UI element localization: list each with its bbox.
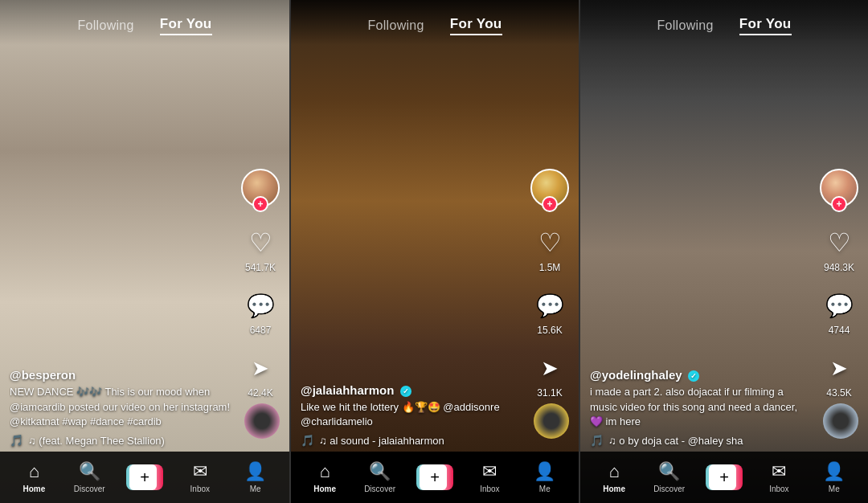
create-button-3[interactable]: + — [706, 464, 743, 490]
bottom-info-1: @besperon NEW DANCE 🎶🎶 This is our mood … — [10, 368, 233, 447]
bottom-info-3: @yodelinghaley ✓ i made a part 2. also d… — [590, 368, 812, 447]
music-disc-3 — [823, 403, 858, 439]
comment-group-1[interactable]: 💬 6487 — [243, 288, 278, 336]
profile-icon-2: 👤 — [534, 461, 555, 482]
nav-discover-1[interactable]: 🔍 Discover — [69, 461, 109, 493]
share-count-2: 31.1K — [537, 387, 562, 399]
share-group-1[interactable]: ➤ 42.4K — [243, 350, 278, 399]
share-count-3: 43.5K — [826, 387, 851, 399]
me-label-3: Me — [829, 485, 840, 493]
phone-panel-2: Following For You + ♡ 1.5M 💬 15.6K ➤ 31.… — [289, 0, 579, 503]
nav-following-2[interactable]: Following — [367, 18, 424, 33]
comment-count-3: 4744 — [829, 325, 850, 336]
nav-home-3[interactable]: ⌂ Home — [594, 461, 634, 493]
phone-panel-1: Following For You + ♡ 541.7K 💬 6487 ➤ 42… — [0, 0, 289, 503]
discover-label-2: Discover — [364, 485, 395, 493]
music-label-2: ♫ al sound - jalaiahharmon — [319, 435, 444, 447]
home-icon-3: ⌂ — [609, 461, 620, 482]
inbox-icon-3: ✉ — [772, 461, 786, 482]
home-icon-2: ⌂ — [320, 461, 330, 482]
like-count-1: 541.7K — [245, 262, 276, 273]
nav-inbox-3[interactable]: ✉ Inbox — [759, 461, 799, 493]
avatar-container-3[interactable]: + — [820, 169, 858, 207]
nav-discover-2[interactable]: 🔍 Discover — [360, 461, 400, 493]
inbox-icon-2: ✉ — [482, 461, 497, 482]
right-sidebar-3: + ♡ 948.3K 💬 4744 ➤ 43.5K — [820, 169, 858, 399]
bottom-nav-3: ⌂ Home 🔍 Discover + ✉ Inbox 👤 Me — [580, 452, 868, 503]
nav-home-2[interactable]: ⌂ Home — [305, 461, 345, 493]
discover-icon-2: 🔍 — [369, 461, 391, 482]
nav-foryou-2[interactable]: For You — [450, 16, 502, 35]
follow-plus-3[interactable]: + — [831, 196, 847, 212]
nav-foryou-1[interactable]: For You — [160, 16, 212, 35]
nav-me-3[interactable]: 👤 Me — [814, 461, 854, 493]
music-disc-2 — [534, 403, 569, 439]
right-sidebar-2: + ♡ 1.5M 💬 15.6K ➤ 31.1K — [530, 169, 569, 399]
comment-icon-2: 💬 — [532, 288, 567, 323]
like-count-3: 948.3K — [824, 262, 854, 273]
comment-group-3[interactable]: 💬 4744 — [821, 288, 857, 336]
top-nav-1: Following For You — [0, 0, 289, 45]
me-label-1: Me — [250, 485, 261, 493]
follow-plus-1[interactable]: + — [252, 196, 268, 212]
comment-count-1: 6487 — [250, 325, 272, 336]
create-button-2[interactable]: + — [416, 464, 453, 490]
nav-discover-3[interactable]: 🔍 Discover — [649, 461, 690, 493]
music-note-1: 🎵 — [10, 434, 23, 447]
nav-foryou-3[interactable]: For You — [739, 16, 792, 35]
username-1[interactable]: @besperon — [10, 368, 233, 382]
create-button-1[interactable]: + — [126, 464, 163, 490]
nav-create-1[interactable]: + — [125, 464, 165, 490]
bottom-info-2: @jalaiahharmon ✓ Like we hit the lottery… — [301, 383, 522, 447]
heart-icon-2: ♡ — [532, 225, 567, 260]
bottom-nav-2: ⌂ Home 🔍 Discover + ✉ Inbox 👤 Me — [291, 452, 579, 503]
share-icon-1: ➤ — [243, 350, 278, 386]
share-group-3[interactable]: ➤ 43.5K — [821, 350, 857, 399]
nav-following-1[interactable]: Following — [77, 18, 133, 33]
music-disc-1 — [244, 403, 280, 439]
music-label-1: ♫ (feat. Megan Thee Stallion) — [28, 435, 165, 447]
bottom-nav-1: ⌂ Home 🔍 Discover + ✉ Inbox 👤 Me — [0, 452, 289, 503]
profile-icon-1: 👤 — [244, 461, 266, 482]
top-nav-3: Following For You — [580, 0, 868, 45]
discover-label-1: Discover — [74, 485, 105, 493]
nav-create-2[interactable]: + — [415, 464, 455, 490]
discover-icon-1: 🔍 — [79, 461, 100, 482]
home-label-1: Home — [23, 485, 45, 493]
music-row-1: 🎵 ♫ (feat. Megan Thee Stallion) — [10, 434, 233, 447]
description-3: i made a part 2. also dojacat if ur film… — [590, 385, 812, 429]
profile-icon-3: 👤 — [823, 461, 845, 482]
nav-me-2[interactable]: 👤 Me — [525, 461, 565, 493]
username-2[interactable]: @jalaiahharmon ✓ — [301, 383, 522, 397]
me-label-2: Me — [539, 485, 551, 493]
comment-icon-3: 💬 — [821, 288, 857, 323]
nav-inbox-2[interactable]: ✉ Inbox — [469, 461, 510, 493]
music-note-3: 🎵 — [590, 434, 604, 447]
home-icon-1: ⌂ — [29, 461, 39, 482]
comment-count-2: 15.6K — [537, 325, 562, 336]
music-row-2: 🎵 ♫ al sound - jalaiahharmon — [301, 434, 522, 447]
discover-icon-3: 🔍 — [658, 461, 680, 482]
like-count-2: 1.5M — [539, 262, 561, 273]
nav-home-1[interactable]: ⌂ Home — [14, 461, 54, 493]
avatar-container-1[interactable]: + — [241, 169, 280, 207]
nav-me-1[interactable]: 👤 Me — [235, 461, 276, 493]
music-row-3: 🎵 ♫ o by doja cat - @haley sha — [590, 434, 812, 447]
music-label-3: ♫ o by doja cat - @haley sha — [608, 435, 743, 447]
nav-inbox-1[interactable]: ✉ Inbox — [180, 461, 220, 493]
follow-plus-2[interactable]: + — [542, 196, 558, 212]
home-label-3: Home — [603, 485, 625, 493]
nav-following-3[interactable]: Following — [657, 18, 713, 33]
music-note-2: 🎵 — [301, 434, 314, 447]
share-group-2[interactable]: ➤ 31.1K — [532, 350, 567, 399]
like-group-3[interactable]: ♡ 948.3K — [821, 225, 857, 273]
share-icon-2: ➤ — [532, 350, 567, 386]
inbox-icon-1: ✉ — [193, 461, 207, 482]
like-group-2[interactable]: ♡ 1.5M — [532, 225, 567, 273]
comment-group-2[interactable]: 💬 15.6K — [532, 288, 567, 336]
like-group-1[interactable]: ♡ 541.7K — [243, 225, 278, 273]
nav-create-3[interactable]: + — [704, 464, 744, 490]
username-3[interactable]: @yodelinghaley ✓ — [590, 368, 812, 382]
share-icon-3: ➤ — [821, 350, 857, 386]
avatar-container-2[interactable]: + — [530, 169, 569, 207]
